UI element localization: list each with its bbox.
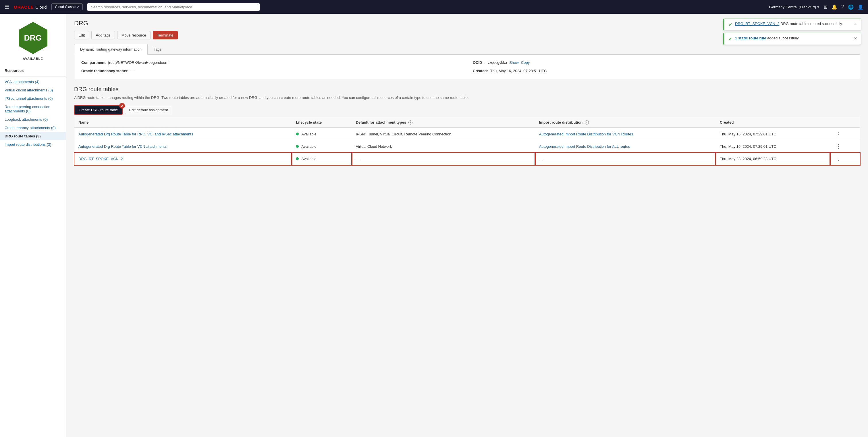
drg-status: AVAILABLE xyxy=(23,57,43,60)
import-link-0[interactable]: Autogenerated Import Route Distribution … xyxy=(539,132,633,136)
success-icon-1: ✔ xyxy=(728,22,732,27)
col-header-name: Name xyxy=(74,117,292,128)
default-attachment-info-icon[interactable]: i xyxy=(408,120,412,124)
sidebar-item-remote-peering[interactable]: Remote peering connection attachments (0… xyxy=(0,103,66,115)
monitor-icon[interactable]: ⊞ xyxy=(824,4,828,10)
cloud-classic-button[interactable]: Cloud Classic > xyxy=(52,3,83,10)
cell-lifecycle-1: Available xyxy=(292,140,351,153)
tab-drg-info[interactable]: Dynamic routing gateway information xyxy=(74,44,148,55)
drg-hexagon: DRG xyxy=(16,21,50,55)
row-menu-1[interactable]: ⋮ xyxy=(834,143,843,150)
hamburger-icon[interactable]: ☰ xyxy=(5,4,9,10)
notification-suffix-1: DRG route table created successfully. xyxy=(779,22,843,26)
table-header-row: Name Lifecycle state Default for attachm… xyxy=(74,117,860,128)
cell-created-2: Thu, May 23, 2024, 06:59:23 UTC xyxy=(716,153,830,165)
ocid-row: OCID ...vxqqcgvkka Show Copy xyxy=(473,60,853,65)
route-table-link-2[interactable]: DRG_RT_SPOKE_VCN_2 xyxy=(79,157,123,161)
route-tables-table: Name Lifecycle state Default for attachm… xyxy=(74,117,860,165)
redundancy-label: Oracle redundancy status: xyxy=(81,69,128,73)
sidebar-item-drg-route-tables[interactable]: DRG route tables (3) xyxy=(0,132,66,140)
top-nav: ☰ ORACLE Cloud Cloud Classic > Germany C… xyxy=(0,0,868,14)
ocid-value: ...vxqqcgvkka xyxy=(485,60,507,65)
edit-button[interactable]: Edit xyxy=(74,31,89,39)
brand: ORACLE Cloud xyxy=(14,5,47,9)
ocid-show-link[interactable]: Show xyxy=(509,60,519,65)
cell-created-1: Thu, May 16, 2024, 07:29:01 UTC xyxy=(716,140,830,153)
notifications-container: ✔ DRG_RT_SPOKE_VCN_2 DRG route table cre… xyxy=(723,19,861,45)
nav-right: Germany Central (Frankfurt) ▾ ⊞ 🔔 ? 🌐 👤 xyxy=(769,4,863,10)
ocid-label: OCID xyxy=(473,60,482,65)
region-label: Germany Central (Frankfurt) xyxy=(769,5,816,9)
sidebar-item-vcn-attachments[interactable]: VCN attachments (4) xyxy=(0,78,66,86)
section-title: DRG route tables xyxy=(74,86,860,93)
status-dot-0 xyxy=(296,133,299,136)
table-row-highlighted: DRG_RT_SPOKE_VCN_2 Available — — Thu, Ma… xyxy=(74,153,860,165)
sidebar: DRG AVAILABLE Resources VCN attachments … xyxy=(0,14,66,437)
redundancy-row: Oracle redundancy status: — xyxy=(81,69,461,73)
chevron-down-icon: ▾ xyxy=(817,5,819,9)
row-menu-2[interactable]: ⋮ xyxy=(834,155,843,162)
status-dot-1 xyxy=(296,145,299,148)
notification-text-1: DRG_RT_SPOKE_VCN_2 DRG route table creat… xyxy=(735,22,851,26)
sidebar-item-import-route[interactable]: Import route distributions (3) xyxy=(0,140,66,149)
cell-default-1: Virtual Cloud Network xyxy=(352,140,535,153)
resources-label: Resources xyxy=(0,64,66,75)
cell-lifecycle-2: Available xyxy=(292,153,351,165)
notification-link-1[interactable]: DRG_RT_SPOKE_VCN_2 xyxy=(735,22,779,26)
search-input[interactable] xyxy=(87,3,260,11)
notification-suffix-2: added successfully. xyxy=(766,36,799,40)
globe-icon[interactable]: 🌐 xyxy=(848,4,854,10)
status-dot-2 xyxy=(296,157,299,160)
sidebar-item-virtual-circuit[interactable]: Virtual circuit attachments (0) xyxy=(0,86,66,94)
success-icon-2: ✔ xyxy=(728,36,732,42)
table-row: Autogenerated Drg Route Table for VCN at… xyxy=(74,140,860,153)
terminate-button[interactable]: Terminate xyxy=(153,31,178,39)
route-table-link-0[interactable]: Autogenerated Drg Route Table for RPC, V… xyxy=(79,132,193,136)
import-link-1[interactable]: Autogenerated Import Route Distribution … xyxy=(539,144,630,149)
row-menu-0[interactable]: ⋮ xyxy=(834,130,843,138)
bell-icon[interactable]: 🔔 xyxy=(832,4,837,10)
notification-link-2[interactable]: 1 static route rule xyxy=(735,36,766,40)
add-tags-button[interactable]: Add tags xyxy=(91,31,115,39)
compartment-row: Compartment (root)/NETWORK/IwanHoogendoo… xyxy=(81,60,461,65)
route-table-link-1[interactable]: Autogenerated Drg Route Table for VCN at… xyxy=(79,144,166,149)
tabs-container: Dynamic routing gateway information Tags xyxy=(74,44,860,55)
cell-name-0: Autogenerated Drg Route Table for RPC, V… xyxy=(74,128,292,140)
nav-icons: ⊞ 🔔 ? 🌐 👤 xyxy=(824,4,863,10)
sidebar-item-ipsec[interactable]: IPSec tunnel attachments (0) xyxy=(0,94,66,103)
create-drg-route-table-button[interactable]: Create DRG route table 2 xyxy=(74,105,123,115)
notification-close-2[interactable]: × xyxy=(854,36,857,41)
tab-tags[interactable]: Tags xyxy=(148,44,167,55)
create-badge: 2 xyxy=(119,103,125,109)
col-header-default-attachment: Default for attachment types i xyxy=(352,117,535,128)
created-row: Created: Thu, May 16, 2024, 07:28:51 UTC xyxy=(473,69,853,73)
user-icon[interactable]: 👤 xyxy=(858,4,863,10)
col-header-import-distribution: Import route distribution i xyxy=(535,117,716,128)
edit-default-assignment-button[interactable]: Edit default assignment xyxy=(125,106,172,114)
cell-default-0: IPSec Tunnel, Virtual Circuit, Remote Pe… xyxy=(352,128,535,140)
cell-name-1: Autogenerated Drg Route Table for VCN at… xyxy=(74,140,292,153)
col-header-created: Created xyxy=(716,117,830,128)
notification-close-1[interactable]: × xyxy=(854,22,857,27)
cell-menu-2: ⋮ xyxy=(830,153,860,165)
created-value: Thu, May 16, 2024, 07:28:51 UTC xyxy=(490,69,547,73)
help-icon[interactable]: ? xyxy=(841,4,844,9)
page-layout: DRG AVAILABLE Resources VCN attachments … xyxy=(0,14,868,437)
section-desc: A DRG route table manages routing within… xyxy=(74,95,860,100)
region-selector[interactable]: Germany Central (Frankfurt) ▾ xyxy=(769,5,819,9)
redundancy-value: — xyxy=(131,69,134,73)
ocid-copy-link[interactable]: Copy xyxy=(521,60,530,65)
info-panel: Compartment (root)/NETWORK/IwanHoogendoo… xyxy=(74,55,860,79)
import-distribution-info-icon[interactable]: i xyxy=(585,120,589,124)
created-label: Created: xyxy=(473,69,488,73)
cell-import-0: Autogenerated Import Route Distribution … xyxy=(535,128,716,140)
cell-default-2: — xyxy=(352,153,535,165)
move-resource-button[interactable]: Move resource xyxy=(117,31,151,39)
table-row: Autogenerated Drg Route Table for RPC, V… xyxy=(74,128,860,140)
cell-lifecycle-0: Available xyxy=(292,128,351,140)
notification-2: ✔ 1 static route rule added successfully… xyxy=(723,33,861,45)
drg-icon-wrap: DRG AVAILABLE xyxy=(0,14,66,64)
sidebar-item-cross-tenancy[interactable]: Cross-tenancy attachments (0) xyxy=(0,124,66,132)
sidebar-item-loopback[interactable]: Loopback attachments (0) xyxy=(0,115,66,124)
cell-import-1: Autogenerated Import Route Distribution … xyxy=(535,140,716,153)
